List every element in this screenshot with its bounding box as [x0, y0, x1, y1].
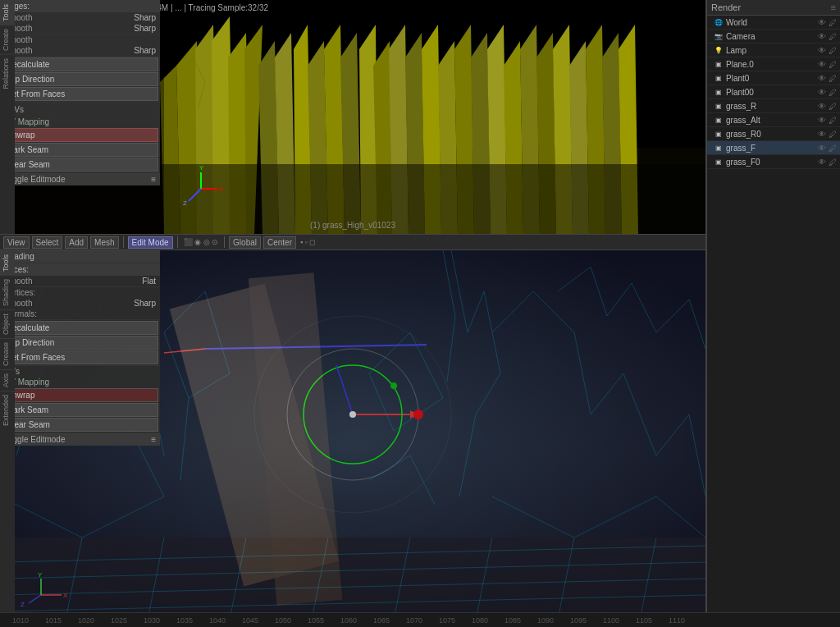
svg-point-115 [413, 410, 423, 419]
outliner-item-label: grass_F [726, 144, 756, 153]
number-row-item: 1030 [135, 616, 168, 625]
outliner-item-label: Plane.0 [726, 60, 754, 69]
outliner-item-icon: ▣ [714, 129, 724, 139]
outliner-item[interactable]: 💡Lamp👁 🖊 [707, 43, 840, 57]
outliner-item[interactable]: ▣Plant0👁 🖊 [707, 71, 840, 85]
side-tab-shading-b[interactable]: Shading [0, 275, 15, 309]
outliner-item[interactable]: 📷Camera👁 🖊 [707, 30, 840, 43]
nav-compass: X Y Z [176, 164, 226, 213]
side-tab-axis-b[interactable]: Axis [0, 369, 15, 391]
bottom-mark-seam-btn[interactable]: Mark Seam [2, 403, 158, 417]
side-tab-tools-b[interactable]: Tools [0, 250, 15, 275]
top-left-panel: Edges: Smooth Sharp Smooth Sharp Smooth … [0, 0, 160, 185]
number-row-items: 1010101510201025103010351040104510501055… [4, 616, 836, 625]
side-tab-create[interactable]: Create [0, 25, 15, 54]
bottom-uv-mapping-label: UV Mapping [0, 377, 160, 387]
outliner: Render ≡ 🌐World👁 🖊📷Camera👁 🖊💡Lamp👁 🖊▣Pla… [705, 0, 840, 627]
clear-seam-button[interactable]: Clear Seam [2, 158, 158, 172]
bottom-set-from-faces-btn[interactable]: Set From Faces [2, 350, 158, 364]
unwrap-button[interactable]: Unwrap [2, 128, 158, 142]
separator-3 [224, 236, 225, 248]
number-row-item: 1065 [365, 616, 398, 625]
select-mode-icons: ▪ ▫ ◻ [300, 238, 315, 246]
outliner-item-icon: 📷 [714, 31, 724, 41]
outliner-item[interactable]: ▣Plane.0👁 🖊 [707, 57, 840, 71]
view-btn[interactable]: View [3, 236, 30, 249]
outliner-item-label: Plant0 [726, 74, 749, 83]
uvs-row: UVs [0, 103, 160, 117]
svg-text:Y: Y [38, 571, 43, 579]
vertices-smooth-row: Smooth Sharp [0, 23, 160, 34]
outliner-item-icon: ▣ [714, 101, 724, 111]
outliner-header: Render ≡ [707, 0, 840, 16]
number-row-item: 1070 [398, 616, 431, 625]
vertices-label-row: Vertices: [0, 287, 160, 298]
outliner-item[interactable]: ▣Plant00👁 🖊 [707, 85, 840, 99]
add-btn[interactable]: Add [65, 236, 88, 249]
side-tab-relations[interactable]: Relations [0, 54, 15, 93]
side-tab-crease-b[interactable]: Crease [0, 338, 15, 369]
number-row-item: 1060 [332, 616, 365, 625]
toggle-editmode-row: Toggle Editmode ≡ [0, 173, 160, 185]
mark-seam-button[interactable]: Mark Seam [2, 143, 158, 157]
side-tab-tools[interactable]: Tools [0, 0, 15, 25]
viewport-icons: ⬛ ◉ ◎ ⊙ [184, 238, 219, 246]
bottom-recalculate-btn[interactable]: Recalculate [2, 321, 158, 335]
outliner-item-icon: ▣ [714, 87, 724, 97]
outliner-item-icon: ▣ [714, 59, 724, 69]
svg-point-114 [349, 411, 356, 418]
side-tabs-top: Tools Create Relations [0, 0, 15, 234]
set-from-faces-button[interactable]: Set From Faces [2, 87, 158, 101]
flip-direction-button[interactable]: Flip Direction [2, 72, 158, 86]
global-btn[interactable]: Global [229, 236, 261, 249]
number-row-item: 1085 [496, 616, 529, 625]
outliner-item[interactable]: ▣grass_R👁 🖊 [707, 99, 840, 113]
outliner-item[interactable]: ▣grass_Alt👁 🖊 [707, 113, 840, 127]
faces-header: Faces: [0, 263, 160, 276]
edges-header: Edges: [0, 0, 160, 12]
bottom-unwrap-btn[interactable]: Unwrap [2, 388, 158, 402]
outliner-item-label: Plant00 [726, 88, 754, 97]
bottom-flip-direction-btn[interactable]: Flip Direction [2, 336, 158, 350]
separator-2 [177, 236, 178, 248]
edit-mode-btn[interactable]: Edit Mode [128, 236, 173, 249]
outliner-item[interactable]: ▣grass_F0👁 🖊 [707, 155, 840, 169]
svg-text:X: X [63, 592, 68, 599]
center-btn[interactable]: Center [263, 236, 296, 249]
side-tab-object-b[interactable]: Object [0, 309, 15, 338]
number-row-item: 1045 [234, 616, 267, 625]
number-row-item: 1080 [463, 616, 496, 625]
outliner-item-label: grass_Alt [726, 116, 760, 125]
svg-text:Z: Z [21, 601, 25, 608]
svg-line-38 [189, 189, 201, 201]
number-row-item: 1050 [267, 616, 299, 625]
outliner-item-label: World [726, 18, 747, 27]
smooth-flat-row: Smooth Flat [0, 276, 160, 286]
outliner-item-label: grass_R0 [726, 130, 761, 139]
outliner-item[interactable]: ▣grass_R0👁 🖊 [707, 127, 840, 141]
uv-mapping-row: UV Mapping [0, 117, 160, 127]
svg-point-116 [390, 382, 397, 389]
recalculate-button[interactable]: Recalculate [2, 57, 158, 71]
scene-label: (1) grass_High_v01023 [310, 221, 395, 230]
select-btn[interactable]: Select [32, 236, 63, 249]
outliner-item[interactable]: ▣grass_F👁 🖊 [707, 141, 840, 155]
bottom-toolbar: View Select Add Mesh Edit Mode ⬛ ◉ ◎ ⊙ G… [0, 234, 705, 250]
outliner-item-icon: 💡 [714, 45, 724, 55]
outliner-item[interactable]: 🌐World👁 🖊 [707, 16, 840, 30]
number-row-item: 1040 [201, 616, 234, 625]
number-row-item: 1095 [562, 616, 595, 625]
number-row-item: 1105 [628, 616, 660, 625]
side-tab-extended-b[interactable]: Extended [0, 391, 15, 429]
bottom-clear-seam-btn[interactable]: Clear Seam [2, 418, 158, 432]
svg-text:Z: Z [183, 199, 187, 207]
mesh-btn[interactable]: Mesh [90, 236, 118, 249]
shading-header: Shading [0, 250, 160, 263]
edges-smooth-row: Smooth Sharp [0, 12, 160, 23]
outliner-items-container: 🌐World👁 🖊📷Camera👁 🖊💡Lamp👁 🖊▣Plane.0👁 🖊▣P… [707, 16, 840, 169]
smooth-row: Smooth [0, 34, 160, 45]
outliner-item-icon: 🌐 [714, 17, 724, 27]
svg-text:X: X [219, 185, 224, 193]
bottom-left-panel: Shading Faces: Smooth Flat Vertices: Smo… [0, 250, 160, 446]
side-tabs-bottom: Tools Shading Object Crease Axis Extende… [0, 250, 15, 627]
